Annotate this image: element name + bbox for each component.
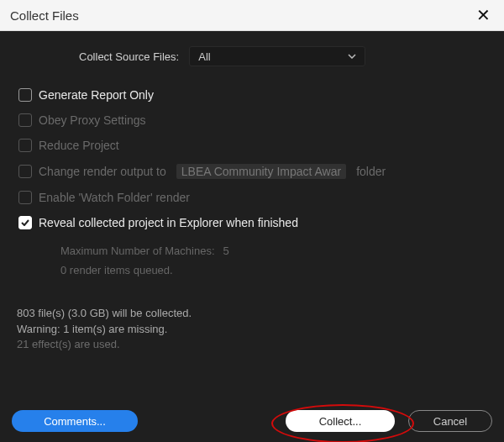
reveal-project-label: Reveal collected project in Explorer whe… <box>39 216 298 229</box>
collect-source-label: Collect Source Files: <box>79 50 179 63</box>
change-output-folder-chip: LBEA Community Impact Awar <box>176 164 346 179</box>
change-output-pre-label: Change render output to <box>39 165 166 178</box>
obey-proxy-label: Obey Proxy Settings <box>39 113 146 127</box>
collect-source-row: Collect Source Files: All <box>12 46 492 66</box>
machines-label: Maximum Number of Machines: <box>60 241 215 260</box>
change-output-checkbox <box>18 165 32 178</box>
generate-report-label: Generate Report Only <box>39 88 154 102</box>
dialog-content: Collect Source Files: All Generate Repor… <box>0 31 504 442</box>
reduce-project-label: Reduce Project <box>39 139 119 152</box>
collect-button[interactable]: Collect... <box>286 410 395 432</box>
titlebar-title: Collect Files <box>10 8 79 23</box>
status-files: 803 file(s) (3.0 GB) will be collected. <box>17 306 492 322</box>
generate-report-checkbox[interactable] <box>18 88 32 102</box>
cancel-button[interactable]: Cancel <box>408 410 492 432</box>
status-block: 803 file(s) (3.0 GB) will be collected. … <box>12 306 492 354</box>
titlebar: Collect Files ✕ <box>0 0 504 31</box>
comments-button[interactable]: Comments... <box>12 410 138 432</box>
watch-folder-label: Enable 'Watch Folder' render <box>39 191 190 204</box>
reveal-project-row[interactable]: Reveal collected project in Explorer whe… <box>12 216 492 229</box>
obey-proxy-row: Obey Proxy Settings <box>12 113 492 127</box>
reduce-project-checkbox <box>18 139 32 152</box>
watch-folder-checkbox <box>18 191 32 204</box>
obey-proxy-checkbox <box>18 113 32 127</box>
close-icon[interactable]: ✕ <box>473 5 494 25</box>
change-output-row: Change render output to LBEA Community I… <box>12 164 492 179</box>
dialog-window: Collect Files ✕ Collect Source Files: Al… <box>0 0 504 442</box>
watch-folder-row: Enable 'Watch Folder' render <box>12 191 492 204</box>
collect-source-dropdown[interactable]: All <box>189 46 365 66</box>
machines-value: 5 <box>223 241 229 260</box>
collect-source-value: All <box>198 50 210 63</box>
generate-report-row[interactable]: Generate Report Only <box>12 88 492 102</box>
machines-block: Maximum Number of Machines: 5 0 render i… <box>12 241 492 281</box>
change-output-post-label: folder <box>356 165 386 178</box>
reduce-project-row: Reduce Project <box>12 139 492 152</box>
machines-queued: 0 render items queued. <box>60 260 492 280</box>
status-effects: 21 effect(s) are used. <box>17 337 492 353</box>
chevron-down-icon <box>348 54 356 59</box>
reveal-project-checkbox[interactable] <box>18 216 32 229</box>
status-warning: Warning: 1 item(s) are missing. <box>17 322 492 338</box>
dialog-footer: Comments... Collect... Cancel <box>12 410 492 432</box>
